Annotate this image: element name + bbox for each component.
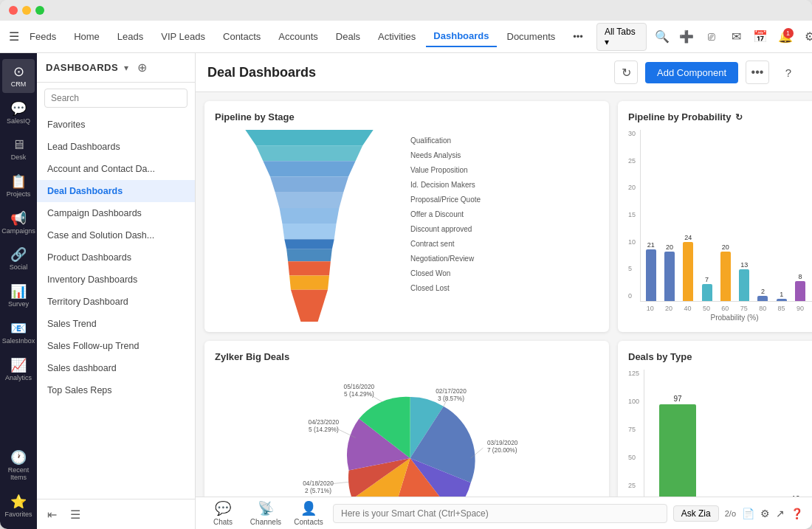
notifications-icon[interactable]: 🔔1 [776, 27, 794, 47]
sidebar-item-deal-dashboards[interactable]: Deal Dashboards [37, 180, 195, 202]
deals-type-chart: 1251007550250 97 11 [628, 370, 812, 497]
bar-qualified: 97 [659, 395, 696, 497]
funnel-label: Offer a Discount [410, 207, 599, 222]
svg-marker-1 [255, 145, 362, 161]
sidebar-item-inventory-dashboards[interactable]: Inventory Dashboards [37, 269, 195, 291]
sidebar-item-product-dashboards[interactable]: Product Dashboards [37, 246, 195, 269]
sidebar-item-salesiq[interactable]: 💬 SalesIQ [2, 96, 35, 130]
sidebar-expand-icon[interactable]: ▾ [124, 63, 128, 73]
sidebar-item-case-solution[interactable]: Case and Solution Dash... [37, 224, 195, 246]
bottom-bar-chats[interactable]: 💬 Chats [204, 500, 241, 526]
nav-feeds[interactable]: Feeds [22, 27, 63, 46]
bottom-doc-icon[interactable]: 📄 [742, 508, 754, 519]
sidebar-item-favorites[interactable]: Favorites [37, 114, 195, 136]
nav-deals[interactable]: Deals [328, 27, 368, 46]
bar-group-50: 7 [700, 276, 714, 301]
help-button[interactable]: ? [777, 60, 800, 84]
svg-marker-6 [282, 224, 336, 239]
nav-more[interactable]: ••• [565, 27, 591, 46]
funnel-labels: Qualification Needs Analysis Value Propo… [410, 130, 599, 296]
svg-marker-11 [290, 290, 327, 322]
all-tabs-dropdown[interactable]: All Tabs ▾ [596, 23, 647, 51]
zylker-big-deals-card: Zylker Big Deals [204, 341, 609, 497]
refresh-button[interactable]: ↻ [614, 60, 638, 84]
deals-chart-body: 97 11 12 [644, 370, 812, 497]
bar-group-60: 20 [718, 243, 732, 301]
titlebar [0, 0, 812, 21]
nav-documents[interactable]: Documents [500, 27, 563, 46]
sidebar-search[interactable] [37, 83, 195, 114]
svg-marker-4 [275, 193, 343, 208]
funnel-label: Contract sent [410, 237, 599, 252]
close-button[interactable] [9, 6, 18, 15]
bottom-settings-icon[interactable]: ⚙ [760, 508, 770, 519]
sidebar-item-recent[interactable]: 🕐 Recent Items [2, 445, 35, 486]
top-navigation: ☰ Feeds Home Leads VIP Leads Contacts Ac… [0, 21, 812, 53]
funnel-label: Closed Won [410, 266, 599, 281]
sidebar-add-icon[interactable]: ⊕ [137, 60, 147, 75]
search-icon[interactable]: 🔍 [653, 27, 671, 47]
bar [683, 242, 693, 301]
svg-marker-3 [270, 177, 348, 193]
bottom-help-icon[interactable]: ❓ [791, 508, 803, 519]
more-options-button[interactable]: ••• [746, 60, 769, 84]
nav-activities[interactable]: Activities [371, 27, 423, 46]
bottom-bar-channels[interactable]: 📡 Channels [247, 500, 284, 526]
nav-dashboards[interactable]: Dashboards [426, 26, 496, 47]
svg-marker-9 [288, 261, 331, 275]
add-component-button[interactable]: Add Component [645, 62, 738, 83]
sidebar-item-desk[interactable]: 🖥 Desk [2, 133, 35, 166]
sidebar-title: DASHBOARDS [46, 62, 118, 73]
svg-marker-8 [286, 249, 332, 261]
sidebar-item-sales-followup[interactable]: Sales Follow-up Trend [37, 335, 195, 357]
ask-zia-button[interactable]: Ask Zia [673, 505, 719, 522]
smart-chat-input[interactable] [333, 504, 667, 523]
bottom-share-icon[interactable]: ↗ [776, 508, 785, 519]
sidebar-item-account-contact[interactable]: Account and Contact Da... [37, 158, 195, 180]
sidebar-item-sales-trend[interactable]: Sales Trend [37, 313, 195, 335]
sidebar-item-salesinbox[interactable]: 📧 SalesInbox [2, 316, 35, 350]
sidebar-list-view-btn[interactable]: ☰ [65, 504, 86, 525]
pipeline-by-stage-card: Pipeline by Stage [204, 101, 609, 332]
sidebar-item-top-sales-reps[interactable]: Top Sales Reps [37, 379, 195, 401]
y-axis-deals: 1251007550250 [628, 370, 641, 497]
funnel-label: Qualification [410, 134, 599, 148]
sidebar-item-favorites[interactable]: ⭐ Favorites [2, 489, 35, 523]
crm-icon: ⊙ [13, 63, 24, 80]
sidebar-item-campaign-dashboards[interactable]: Campaign Dashboards [37, 202, 195, 224]
sidebar-item-projects[interactable]: 📋 Projects [2, 169, 35, 203]
bar-group-85: 1 [774, 291, 788, 301]
sidebar-item-territory-dashboard[interactable]: Territory Dashboard [37, 291, 195, 313]
sidebar-item-lead-dashboards[interactable]: Lead Dashboards [37, 136, 195, 158]
add-icon[interactable]: ➕ [678, 27, 696, 47]
chats-icon: 💬 [215, 500, 231, 516]
nav-accounts[interactable]: Accounts [271, 27, 325, 46]
bar-group-75: 13 [737, 261, 751, 301]
sidebar-item-social[interactable]: 🔗 Social [2, 242, 35, 276]
sidebar-item-sales-dashboard[interactable]: Sales dashboard [37, 357, 195, 379]
refresh-icon[interactable]: ↻ [735, 112, 743, 122]
settings-icon[interactable]: ⚙ [801, 27, 813, 47]
maximize-button[interactable] [35, 6, 44, 15]
hamburger-menu-icon[interactable]: ☰ [9, 26, 19, 48]
sidebar-item-campaigns[interactable]: 📢 Campaigns [2, 206, 35, 240]
sidebar-item-crm[interactable]: ⊙ CRM [2, 59, 35, 93]
bottom-bar-contacts[interactable]: 👤 Contacts [290, 500, 327, 526]
contacts-icon: 👤 [300, 500, 317, 516]
nav-vip-leads[interactable]: VIP Leads [154, 27, 213, 46]
minimize-button[interactable] [22, 6, 31, 15]
screen-share-icon[interactable]: ⎚ [702, 27, 720, 47]
nav-home[interactable]: Home [66, 27, 107, 46]
bar-group-40: 24 [681, 234, 695, 301]
funnel-label: Needs Analysis [410, 148, 599, 163]
nav-contacts[interactable]: Contacts [216, 27, 268, 46]
sidebar-item-survey[interactable]: 📊 Survey [2, 279, 35, 313]
sidebar-collapse-btn[interactable]: ⇤ [41, 504, 62, 525]
mail-icon[interactable]: ✉ [726, 27, 745, 47]
social-icon: 🔗 [10, 246, 27, 263]
svg-marker-5 [279, 208, 339, 224]
nav-leads[interactable]: Leads [110, 27, 151, 46]
search-input[interactable] [44, 89, 187, 108]
sidebar-item-analytics[interactable]: 📈 Analytics [2, 353, 35, 387]
calendar-icon[interactable]: 📅 [751, 27, 770, 47]
